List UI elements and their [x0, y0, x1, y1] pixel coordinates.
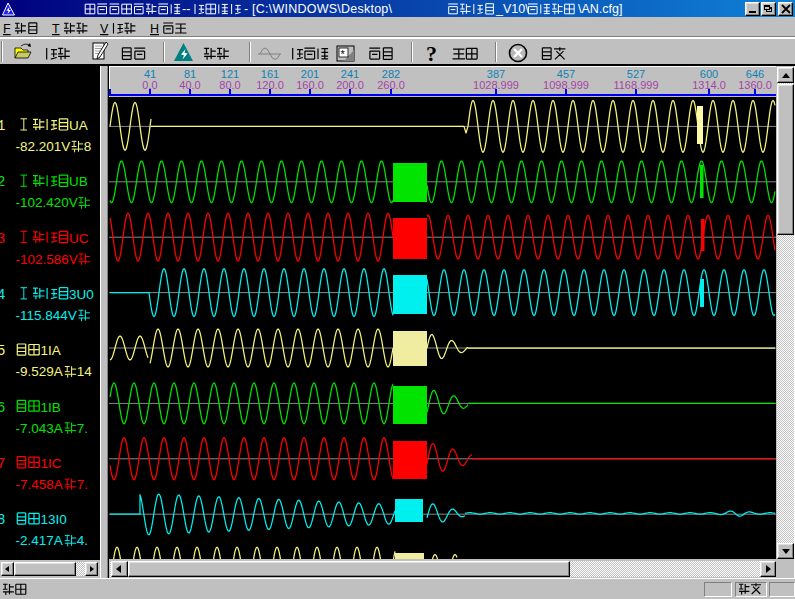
svg-text:120.0: 120.0: [256, 79, 284, 91]
svg-text:-7.043A: -7.043A: [16, 421, 63, 436]
svg-text:160.0: 160.0: [296, 79, 324, 91]
svg-text:1314.0: 1314.0: [692, 79, 726, 91]
svg-text:6: 6: [0, 400, 5, 416]
svg-text:1360.0: 1360.0: [738, 79, 772, 91]
svg-text:1IB: 1IB: [41, 400, 61, 415]
svg-text:?: ?: [426, 41, 437, 65]
svg-text:\AN.cfg]: \AN.cfg]: [578, 2, 622, 16]
svg-text:_V10\: _V10\: [495, 2, 529, 16]
svg-text:V: V: [100, 22, 109, 36]
svg-text:*: *: [341, 48, 346, 60]
svg-text:0.0: 0.0: [142, 79, 157, 91]
svg-text:-102.420V: -102.420V: [16, 195, 78, 210]
svg-text:4: 4: [0, 287, 5, 303]
svg-text:-102.586V: -102.586V: [16, 252, 78, 267]
svg-text:1IA: 1IA: [41, 343, 61, 358]
svg-text:5: 5: [0, 343, 5, 359]
svg-text:7: 7: [0, 456, 5, 472]
svg-text:200.0: 200.0: [336, 79, 364, 91]
svg-text:1098.999: 1098.999: [543, 79, 589, 91]
svg-text:3: 3: [0, 231, 5, 247]
svg-text:UB: UB: [69, 174, 88, 189]
svg-text:4.: 4.: [77, 533, 88, 548]
svg-text:-115.844V: -115.844V: [16, 308, 77, 323]
svg-text:-82.201V: -82.201V: [16, 139, 71, 154]
svg-text:8: 8: [0, 512, 5, 528]
svg-text:F: F: [3, 22, 11, 36]
svg-text:7.: 7.: [77, 421, 88, 436]
svg-text:-7.458A: -7.458A: [16, 477, 63, 492]
svg-text:1: 1: [0, 118, 5, 134]
svg-text:2: 2: [0, 174, 5, 190]
svg-text:1IC: 1IC: [41, 456, 62, 471]
svg-text:H: H: [150, 22, 159, 36]
svg-text:T: T: [52, 22, 60, 36]
svg-text:14: 14: [77, 364, 93, 379]
svg-text:--: --: [182, 2, 190, 16]
svg-text:UC: UC: [69, 231, 89, 246]
svg-text:260.0: 260.0: [377, 79, 405, 91]
svg-text:1168.999: 1168.999: [613, 79, 658, 91]
svg-text:7.: 7.: [77, 477, 88, 492]
svg-text:3U0: 3U0: [69, 287, 94, 302]
svg-text:- [C:\WINDOWS\Desktop\: - [C:\WINDOWS\Desktop\: [244, 2, 393, 16]
svg-text:40.0: 40.0: [179, 79, 200, 91]
svg-text:80.0: 80.0: [219, 79, 240, 91]
svg-text:8: 8: [84, 139, 92, 154]
svg-text:UA: UA: [69, 118, 88, 133]
svg-text:13I0: 13I0: [41, 512, 67, 527]
svg-text:-9.529A: -9.529A: [16, 364, 63, 379]
svg-text:1028.999: 1028.999: [473, 79, 519, 91]
svg-text:-2.417A: -2.417A: [16, 533, 63, 548]
